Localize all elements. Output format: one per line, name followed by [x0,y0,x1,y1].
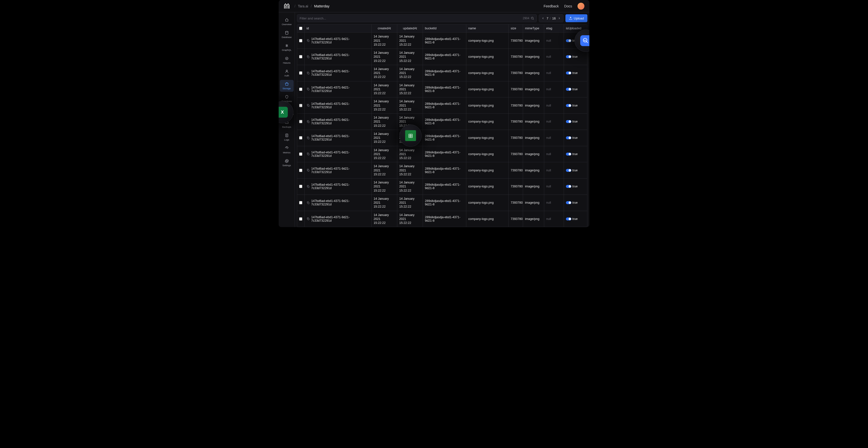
svg-rect-7 [308,40,309,42]
uploaded-toggle[interactable] [566,55,571,58]
cell-mimeType: image/png [525,55,539,58]
cell-etag: null [546,120,551,123]
cell-id: 147bd6ad-ebd1-4371-9d21-7c33d732291d [311,69,369,76]
row-checkbox[interactable] [299,104,302,107]
uploaded-toggle[interactable] [566,120,571,123]
col-size[interactable]: size [509,24,523,32]
sidebar-item-logs[interactable]: Logs [280,131,294,143]
page-next[interactable] [557,17,561,20]
copy-icon[interactable] [307,169,310,172]
table-row[interactable]: 147bd6ad-ebd1-4371-9d21-7c33d732291d 14 … [297,179,587,195]
sidebar-item-hasura[interactable]: Hasura [280,54,294,66]
cell-updatedAt-time: 15:22:22 [399,43,411,46]
bigquery-icon [580,35,589,46]
cell-etag: null [546,39,551,42]
svg-point-3 [286,70,287,71]
row-checkbox[interactable] [299,169,302,172]
table-row[interactable]: 147bd6ad-ebd1-4371-9d21-7c33d732291d 14 … [297,162,587,179]
copy-icon[interactable] [307,88,310,91]
copy-icon[interactable] [307,136,310,139]
copy-icon[interactable] [307,152,310,156]
cell-name: company-logo.png [468,39,494,42]
uploaded-toggle[interactable] [566,88,571,91]
row-checkbox[interactable] [299,55,302,58]
uploaded-toggle[interactable] [566,185,571,188]
row-checkbox[interactable] [299,71,302,75]
breadcrumb-sep: / [294,4,296,8]
cell-createdAt-date: 14 January 2021 [374,83,395,92]
cell-bucketId: 289slkdjasdja-ebd1-4371-9d21-8 [425,69,464,76]
svg-point-2 [285,57,288,60]
copy-icon[interactable] [307,217,310,220]
uploaded-toggle[interactable] [566,39,571,42]
table-row[interactable]: 147bd6ad-ebd1-4371-9d21-7c33d732291d 14 … [297,114,587,130]
select-all-checkbox[interactable] [299,27,302,30]
sidebar-item-auth[interactable]: Auth [280,67,294,79]
upload-button[interactable]: Upload [565,14,587,22]
table-row[interactable]: 147bd6ad-ebd1-4371-9d21-7c33d732291d 14 … [297,130,587,146]
sidebar-item-label: Overview [282,23,292,26]
uploaded-toggle[interactable] [566,104,571,107]
col-bucketId[interactable]: bucketId [423,24,466,32]
breadcrumb-org[interactable]: Tara.ai [298,4,308,8]
col-updatedAt[interactable]: updatedAt [397,24,423,32]
sidebar-item-storage[interactable]: Storage [280,80,294,92]
row-checkbox[interactable] [299,120,302,123]
copy-icon[interactable] [307,71,310,75]
sidebar-item-graphql[interactable]: GraphQL [280,41,294,53]
copy-icon[interactable] [307,104,310,107]
cell-updatedAt-time: 15:22:22 [399,59,411,63]
copy-icon[interactable] [307,185,310,188]
cell-size: 7393780 [511,152,523,156]
col-id[interactable]: id [305,24,372,32]
copy-icon[interactable] [307,55,310,58]
docs-link[interactable]: Docs [564,4,572,8]
uploaded-toggle[interactable] [566,201,571,204]
uploaded-toggle[interactable] [566,169,571,172]
search-input[interactable] [300,17,523,20]
row-checkbox[interactable] [299,201,302,204]
cell-etag: null [546,217,551,221]
cell-size: 7393780 [511,88,523,91]
col-name[interactable]: name [466,24,509,32]
sidebar-item-overview[interactable]: Overview [280,16,294,28]
cell-mimeType: image/png [525,88,539,91]
breadcrumb-project[interactable]: Matterday [314,4,330,8]
sidebar-item-database[interactable]: Database [280,29,294,40]
uploaded-toggle[interactable] [566,153,571,156]
row-checkbox[interactable] [299,136,302,139]
table-row[interactable]: 147bd6ad-ebd1-4371-9d21-7c33d732291d 14 … [297,65,587,82]
sidebar-item-metrics[interactable]: Metrics [280,144,294,156]
table-row[interactable]: 147bd6ad-ebd1-4371-9d21-7c33d732291d 14 … [297,49,587,65]
col-mimeType[interactable]: mimeType [523,24,544,32]
copy-icon[interactable] [307,201,310,204]
row-checkbox[interactable] [299,185,302,188]
search[interactable]: 2904 [297,14,537,22]
sidebar-item-settings[interactable]: Settings [280,157,294,169]
table-row[interactable]: 147bd6ad-ebd1-4371-9d21-7c33d732291d 14 … [297,82,587,98]
row-checkbox[interactable] [299,39,302,42]
uploaded-toggle[interactable] [566,218,571,220]
row-checkbox[interactable] [299,152,302,156]
table-row[interactable]: 147bd6ad-ebd1-4371-9d21-7c33d732291d 14 … [297,195,587,211]
table-row[interactable]: 147bd6ad-ebd1-4371-9d21-7c33d732291d 14 … [297,146,587,162]
col-createdAt[interactable]: createdAt [372,24,397,32]
sidebar-item-label: Database [282,36,292,38]
row-checkbox[interactable] [299,217,302,221]
avatar[interactable] [578,3,584,10]
col-etag[interactable]: etag [544,24,564,32]
feedback-link[interactable]: Feedback [544,4,559,8]
table-row[interactable]: 147bd6ad-ebd1-4371-9d21-7c33d732291d 14 … [297,33,587,49]
uploaded-toggle[interactable] [566,136,571,139]
uploaded-toggle[interactable] [566,71,571,74]
cell-etag: null [546,71,551,75]
copy-icon[interactable] [307,39,310,42]
row-checkbox[interactable] [299,88,302,91]
cell-updatedAt-date: 14 January 2021 [399,116,421,124]
page-prev[interactable] [541,17,545,20]
table-row[interactable]: 147bd6ad-ebd1-4371-9d21-7c33d732291d 14 … [297,211,587,227]
cell-mimeType: image/png [525,185,539,188]
cell-mimeType: image/png [525,136,539,139]
copy-icon[interactable] [307,120,310,123]
table-row[interactable]: 147bd6ad-ebd1-4371-9d21-7c33d732291d 14 … [297,97,587,114]
